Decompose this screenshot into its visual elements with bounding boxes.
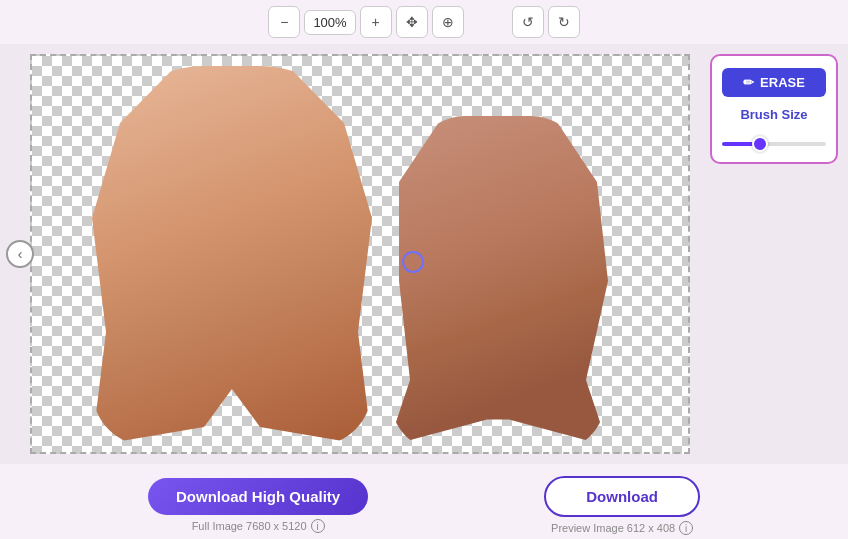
erase-panel: ✏ ERASE Brush Size (710, 54, 838, 164)
toolbar: − 100% + ✥ ⊕ ↺ ↻ (0, 0, 848, 44)
magic-tool-button[interactable]: ⊕ (432, 6, 464, 38)
person-right-silhouette (388, 116, 608, 446)
zoom-level-display: 100% (304, 10, 355, 35)
preview-image-info-text: Preview Image 612 x 408 (551, 522, 675, 534)
undo-icon: ↺ (522, 14, 534, 30)
undo-button[interactable]: ↺ (512, 6, 544, 38)
bottom-bar: Download High Quality Full Image 7680 x … (0, 464, 848, 539)
brush-slider-container (722, 132, 826, 150)
brush-size-label: Brush Size (740, 107, 807, 122)
zoom-level-value: 100% (313, 15, 346, 30)
right-panel: ✏ ERASE Brush Size (700, 44, 848, 464)
erase-pencil-icon: ✏ (743, 75, 754, 90)
zoom-out-icon: − (280, 14, 288, 30)
full-image-info: Full Image 7680 x 5120 i (192, 519, 325, 533)
download-hq-label: Download High Quality (176, 488, 340, 505)
move-tool-button[interactable]: ✥ (396, 6, 428, 38)
redo-icon: ↻ (558, 14, 570, 30)
brush-size-slider[interactable] (722, 142, 826, 146)
person-left-silhouette (92, 66, 372, 446)
preview-image-info-icon[interactable]: i (679, 521, 693, 535)
download-button[interactable]: Download (544, 476, 700, 517)
full-image-info-icon[interactable]: i (311, 519, 325, 533)
download-hq-button[interactable]: Download High Quality (148, 478, 368, 515)
zoom-in-button[interactable]: + (360, 6, 392, 38)
zoom-out-button[interactable]: − (268, 6, 300, 38)
erase-button[interactable]: ✏ ERASE (722, 68, 826, 97)
download-section: Download Preview Image 612 x 408 i (544, 476, 700, 535)
zoom-in-icon: + (372, 14, 380, 30)
back-button[interactable]: ‹ (6, 240, 34, 268)
magic-icon: ⊕ (442, 14, 454, 30)
preview-image-info: Preview Image 612 x 408 i (551, 521, 693, 535)
erase-button-label: ERASE (760, 75, 805, 90)
canvas-container: ‹ (0, 44, 700, 464)
main-area: ‹ ✏ ERASE Brush Size (0, 44, 848, 464)
move-icon: ✥ (406, 14, 418, 30)
eraser-cursor (402, 251, 424, 273)
back-icon: ‹ (18, 246, 23, 262)
full-image-info-text: Full Image 7680 x 5120 (192, 520, 307, 532)
download-hq-section: Download High Quality Full Image 7680 x … (148, 478, 368, 533)
image-canvas[interactable] (30, 54, 690, 454)
redo-button[interactable]: ↻ (548, 6, 580, 38)
undo-redo-group: ↺ ↻ (512, 6, 580, 38)
download-label: Download (586, 488, 658, 505)
